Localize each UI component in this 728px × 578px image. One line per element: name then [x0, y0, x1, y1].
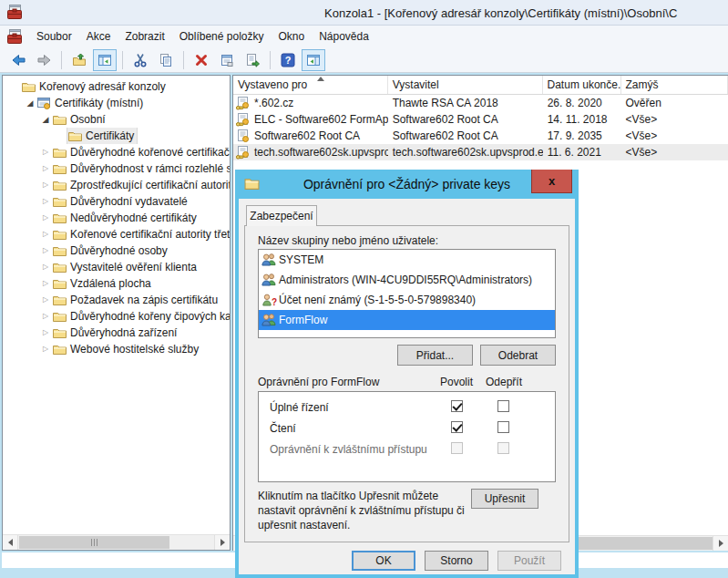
menu-akce[interactable]: Akce	[79, 30, 118, 43]
tree-item-label: Osobní	[67, 111, 108, 128]
delete-icon[interactable]	[190, 49, 213, 71]
tree-node[interactable]: Důvěryhodnost v rámci rozlehlé sít	[52, 160, 230, 177]
group-item--et-nen-zn-m-s-1-5-5-0-5798983[interactable]: ?Účet není známý (S-1-5-5-0-579898340)	[259, 290, 555, 310]
tree-node[interactable]: Certifikáty	[67, 128, 137, 144]
column-header-1[interactable]: Vystaveno pro	[233, 76, 388, 94]
tree-item-vzdálená-plocha[interactable]: ▷Vzdálená plocha	[3, 275, 230, 292]
tree-item-požadavek-na-zápis-certifikátu[interactable]: ▷Požadavek na zápis certifikátu	[3, 292, 230, 308]
group-item-system[interactable]: SYSTEM	[259, 250, 555, 270]
tree-node[interactable]: Důvěryhodná zařízení	[52, 325, 179, 341]
add-button[interactable]: Přidat...	[397, 345, 473, 366]
tree-item-kořenový-adresář-konzoly[interactable]: Kořenový adresář konzoly	[3, 78, 230, 95]
cut-icon[interactable]	[128, 49, 152, 71]
scroll-left-button[interactable]	[3, 535, 18, 550]
menu-n-pov-da[interactable]: Nápověda	[312, 30, 376, 43]
expander-collapsed-icon[interactable]: ▷	[39, 292, 52, 308]
tree-node[interactable]: Důvěryhodní vydavatelé	[52, 193, 190, 210]
tree-node[interactable]: Certifikáty (místní)	[36, 95, 146, 111]
expander-collapsed-icon[interactable]: ▷	[39, 341, 52, 357]
dialog-title: Oprávnění pro <Žádný> private keys	[235, 177, 579, 191]
deny-checkbox-unchecked[interactable]	[497, 421, 509, 433]
tree-item-důvěryhodné-kořeny-čipových-kar[interactable]: ▷Důvěryhodné kořeny čipových kar	[3, 308, 230, 325]
folder-icon	[52, 325, 67, 340]
expander-collapsed-icon[interactable]: ▷	[39, 325, 52, 341]
certificate-row[interactable]: tech.software602sk.upvsprod.ex...tech.so…	[233, 144, 728, 160]
certificate-with-key-icon	[236, 113, 252, 127]
deny-checkbox-unchecked[interactable]	[497, 400, 509, 412]
remove-button[interactable]: Odebrat	[480, 345, 556, 366]
expander-collapsed-icon[interactable]: ▷	[39, 308, 52, 325]
ok-button[interactable]: OK	[352, 551, 415, 571]
cancel-button[interactable]: Storno	[425, 551, 488, 571]
cell-issuer: Thawte RSA CA 2018	[388, 95, 543, 111]
tree-node[interactable]: Vystavitelé ověření klienta	[52, 259, 200, 275]
tree-node[interactable]: Vzdálená plocha	[52, 275, 154, 292]
menu-zobrazit[interactable]: Zobrazit	[118, 30, 171, 43]
certificate-row[interactable]: *.602.czThawte RSA CA 201826. 8. 2020Ově…	[233, 95, 728, 111]
show-action-pane-icon[interactable]	[302, 49, 325, 71]
tree-item-vystavitelé-ověření-klienta[interactable]: ▷Vystavitelé ověření klienta	[3, 259, 230, 275]
menu-soubor[interactable]: Soubor	[29, 30, 79, 43]
scroll-right-button[interactable]	[214, 535, 230, 550]
tree-item-zprostředkující-certifikační-autority[interactable]: ▷Zprostředkující certifikační autority	[3, 177, 230, 193]
expander-collapsed-icon[interactable]: ▷	[39, 144, 52, 160]
tree-node[interactable]: Důvěryhodné kořeny čipových kar	[52, 308, 230, 325]
expander-expanded-icon[interactable]: ◢	[39, 111, 52, 128]
expander-collapsed-icon[interactable]: ▷	[39, 275, 52, 292]
group-item-administrators-win-4cu9ddi55rq[interactable]: Administrators (WIN-4CU9DDI55RQ\Administ…	[259, 270, 555, 290]
column-header-2[interactable]: Vystavitel	[388, 76, 543, 94]
close-icon[interactable]: x	[531, 170, 572, 193]
expander-collapsed-icon[interactable]: ▷	[39, 243, 52, 259]
tree-horizontal-scrollbar[interactable]	[3, 534, 230, 550]
tree-item-kořenové-certifikační-autority-třetí[interactable]: ▷Kořenové certifikační autority třetí	[3, 226, 230, 243]
expander-expanded-icon[interactable]: ◢	[24, 95, 36, 111]
allow-checkbox-checked[interactable]	[451, 421, 463, 433]
expander-collapsed-icon[interactable]: ▷	[39, 210, 52, 226]
group-item-formflow[interactable]: FormFlow	[259, 310, 555, 330]
tree-node[interactable]: Důvěryhodné osoby	[52, 243, 170, 259]
tree-node[interactable]: Kořenový adresář konzoly	[21, 78, 169, 95]
tree-node[interactable]: Důvěryhodné kořenové certifikačn	[52, 144, 230, 160]
tree-item-důvěryhodné-kořenové-certifikačn[interactable]: ▷Důvěryhodné kořenové certifikačn	[3, 144, 230, 160]
certificate-row[interactable]: ELC - Software602 FormApps S...Software6…	[233, 111, 728, 128]
tree-node[interactable]: Kořenové certifikační autority třetí	[52, 226, 230, 243]
tree-item-webové-hostitelské-služby[interactable]: ▷Webové hostitelské služby	[3, 341, 230, 357]
tree-node[interactable]: Osobní	[52, 111, 108, 128]
expander-collapsed-icon[interactable]: ▷	[39, 177, 52, 193]
tree-node[interactable]: Webové hostitelské služby	[52, 341, 201, 357]
tree-item-certifikáty[interactable]: Certifikáty	[3, 128, 230, 144]
certificate-row[interactable]: Software602 Root CASoftware602 Root CA17…	[233, 128, 728, 144]
tree-item-certifikáty-místní-[interactable]: ◢Certifikáty (místní)	[3, 95, 230, 111]
expander-collapsed-icon[interactable]: ▷	[39, 259, 52, 275]
expander-collapsed-icon[interactable]: ▷	[39, 160, 52, 177]
scrollbar-thumb[interactable]	[19, 536, 169, 549]
tree-item-důvěryhodní-vydavatelé[interactable]: ▷Důvěryhodní vydavatelé	[3, 193, 230, 210]
advanced-button[interactable]: Upřesnit	[471, 489, 538, 509]
tree-node[interactable]: Zprostředkující certifikační autority	[52, 177, 230, 193]
tree-item-důvěryhodnost-v-rámci-rozlehlé-sít[interactable]: ▷Důvěryhodnost v rámci rozlehlé sít	[3, 160, 230, 177]
column-header-3[interactable]: Datum ukonče...	[543, 76, 621, 94]
allow-checkbox-checked[interactable]	[451, 400, 463, 412]
tree-item-nedůvěryhodné-certifikáty[interactable]: ▷Nedůvěryhodné certifikáty	[3, 210, 230, 226]
show-console-tree-icon[interactable]	[93, 49, 117, 71]
export-list-icon[interactable]	[241, 49, 264, 71]
expander-collapsed-icon[interactable]: ▷	[39, 226, 52, 243]
tree-item-důvěryhodné-osoby[interactable]: ▷Důvěryhodné osoby	[3, 243, 230, 259]
menu-obl-ben-polo-ky[interactable]: Oblíbené položky	[172, 30, 272, 43]
scroll-right-button[interactable]	[713, 536, 728, 551]
menu-okno[interactable]: Okno	[271, 30, 312, 43]
mmc-app-icon-small[interactable]	[7, 29, 22, 44]
back-icon[interactable]	[6, 49, 30, 71]
tree-node[interactable]: Nedůvěryhodné certifikáty	[52, 210, 200, 226]
tree-item-důvěryhodná-zařízení[interactable]: ▷Důvěryhodná zařízení	[3, 325, 230, 341]
help-icon[interactable]: ?	[276, 49, 300, 71]
tab-security[interactable]: Zabezpečení	[246, 205, 317, 226]
copy-icon[interactable]	[154, 49, 178, 71]
expander-collapsed-icon[interactable]: ▷	[39, 193, 52, 210]
column-header-4[interactable]: Zamýš	[621, 76, 728, 94]
tree-node[interactable]: Požadavek na zápis certifikátu	[52, 292, 220, 308]
up-one-level-icon[interactable]	[67, 49, 91, 71]
forward-icon[interactable]	[32, 49, 56, 71]
properties-icon[interactable]	[215, 49, 239, 71]
tree-item-osobní[interactable]: ◢Osobní	[3, 111, 230, 128]
